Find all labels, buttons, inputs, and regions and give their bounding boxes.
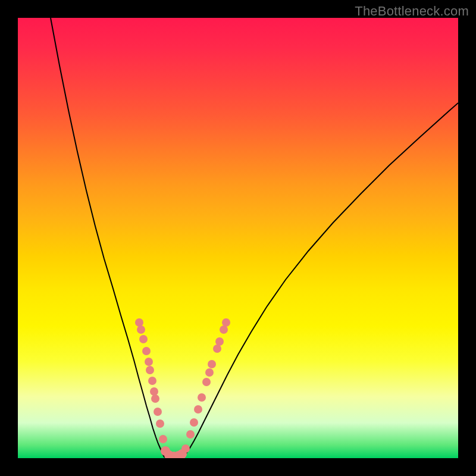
- watermark-text: TheBottleneck.com: [355, 4, 469, 19]
- data-marker: [135, 318, 143, 327]
- data-marker: [181, 444, 190, 453]
- data-marker: [159, 435, 167, 443]
- data-marker: [148, 377, 156, 385]
- data-marker: [208, 360, 216, 368]
- data-marker: [198, 393, 206, 402]
- marker-group: [135, 318, 230, 458]
- data-marker: [205, 368, 214, 377]
- bottleneck-curve: [51, 18, 458, 458]
- data-marker: [146, 366, 154, 374]
- data-marker: [222, 318, 230, 327]
- chart-svg: [18, 18, 458, 458]
- data-marker: [220, 325, 228, 334]
- data-marker: [145, 358, 153, 366]
- data-marker: [190, 418, 198, 427]
- data-marker: [151, 394, 159, 403]
- data-marker: [186, 430, 195, 439]
- data-marker: [137, 325, 145, 334]
- data-marker: [215, 337, 224, 346]
- data-marker: [139, 335, 148, 343]
- data-marker: [156, 419, 164, 428]
- data-marker: [194, 405, 202, 414]
- data-marker: [150, 387, 158, 396]
- plot-area: [18, 18, 458, 458]
- data-marker: [213, 345, 221, 353]
- data-marker: [154, 408, 162, 416]
- curve-group: [51, 18, 458, 458]
- data-marker: [142, 347, 151, 355]
- data-marker: [202, 378, 211, 386]
- chart-frame: TheBottleneck.com: [0, 0, 476, 476]
